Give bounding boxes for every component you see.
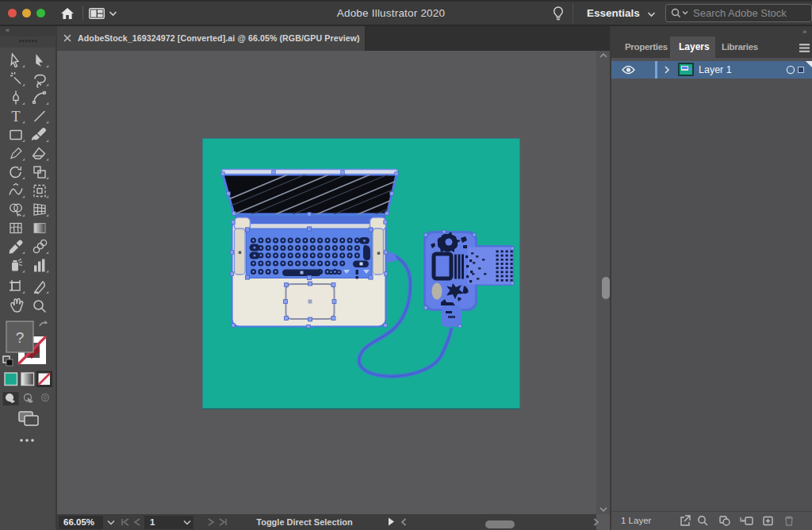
svg-text:?: ? [16,329,25,346]
svg-text:T: T [12,109,21,125]
